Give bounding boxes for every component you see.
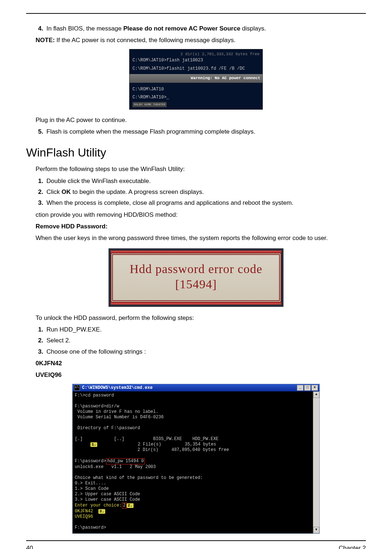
string-2: UVEIQ96 bbox=[36, 370, 366, 380]
wf-intro: Perform the following steps to use the W… bbox=[36, 164, 366, 174]
note-text: If the AC power is not connected, the fo… bbox=[55, 37, 236, 44]
cmd-l5: Directory of F:\password bbox=[75, 426, 140, 431]
cmd-l15: 0KJFN42 bbox=[75, 509, 93, 514]
steps-list-5: Flash is complete when the message Flash… bbox=[26, 127, 366, 137]
cmd-l7a: F:\password> bbox=[75, 459, 106, 464]
u-step-2: Select 2. bbox=[45, 336, 366, 345]
cmd-scrollbar[interactable]: ▲ ▼ bbox=[313, 391, 319, 533]
cmd-l12: 2.> Upper case ASCII Code bbox=[75, 492, 140, 497]
remove-intro: When the user keys in the wrong password… bbox=[36, 233, 366, 243]
cmd-titlebar: c\ C:\WINDOWS\system32\cmd.exe _ □ × bbox=[73, 384, 319, 391]
wf-step-1: Double click the WinFlash executable. bbox=[45, 176, 366, 186]
step4-prefix: In flash BIOS, the message bbox=[46, 25, 123, 32]
note-line: NOTE: If the AC power is not connected, … bbox=[36, 36, 366, 45]
err-line1: Hdd password error code bbox=[116, 261, 276, 277]
wf2-post: to begin the update. A progress screen d… bbox=[71, 188, 204, 195]
screenshot-error-code: Hdd password error code [15494] bbox=[109, 248, 283, 307]
cmd-l9: Choice what kind of the password to be g… bbox=[75, 475, 203, 480]
step4-bold: Please do not remove AC Power Source bbox=[123, 25, 240, 32]
page-footer: 40 Chapter 2 bbox=[26, 545, 366, 549]
shot1-line4: C:\ROM\JAT10>_ bbox=[132, 94, 260, 101]
ction-line: ction provide you with removing HDD/BIOS… bbox=[36, 210, 366, 220]
unlock-intro: To unlock the HDD password, perform the … bbox=[36, 313, 366, 323]
scroll-up-icon[interactable]: ▲ bbox=[313, 391, 319, 398]
heading-winflash: WinFlash Utility bbox=[26, 146, 366, 159]
err-bottom-bar bbox=[111, 302, 281, 305]
remove-head: Remove HDD Password: bbox=[36, 222, 366, 231]
cmd-highlight-2: 2 bbox=[122, 503, 127, 509]
top-rule bbox=[26, 13, 366, 14]
shot1-line3: C:\ROM\JAT10 bbox=[132, 86, 260, 93]
cmd-l16: UVEIQ96 bbox=[75, 514, 93, 519]
cmd-l10: 0.> Exit.... bbox=[75, 481, 106, 486]
shot1-line2: C:\ROM\JAT10>flashit jat10023.fd /FE /B … bbox=[132, 66, 260, 72]
marker-3: 3. bbox=[98, 509, 105, 514]
cmd-l13: 3.> Lower case ASCII Code bbox=[75, 497, 140, 502]
cmd-l11: 1.> Scan Code bbox=[75, 486, 109, 491]
cmd-l2: F:\password>dir/w bbox=[75, 404, 119, 409]
wf-steps: Double click the WinFlash executable. Cl… bbox=[26, 176, 366, 208]
minimize-button[interactable]: _ bbox=[297, 385, 303, 391]
cmd-l6c: 2 Dir(s) 487,895,040 bytes free bbox=[98, 447, 229, 452]
cmd-highlight-1: hdd_pw 15494 0 bbox=[106, 458, 145, 464]
marker-1: 1. bbox=[90, 442, 97, 447]
cmd-body: F:\>cd password F:\password>dir/w Volume… bbox=[73, 391, 313, 533]
page-number: 40 bbox=[26, 545, 33, 549]
screenshot-cmd: c\ C:\WINDOWS\system32\cmd.exe _ □ × F:\… bbox=[72, 384, 320, 534]
shot1-warn: Warnning: No AC power connect bbox=[130, 74, 262, 83]
scroll-down-icon[interactable]: ▼ bbox=[313, 527, 319, 533]
shot1-dolby: DOLBY HOME THEATER bbox=[132, 102, 167, 107]
step4-suffix: displays. bbox=[240, 25, 266, 32]
marker-2: 2. bbox=[127, 503, 134, 508]
steps-list-top: In flash BIOS, the message Please do not… bbox=[26, 24, 366, 33]
wf-step-2: Click OK to begin the update. A progress… bbox=[45, 187, 366, 197]
unlock-steps: Run HDD_PW.EXE. Select 2. Choose one of … bbox=[26, 325, 366, 357]
err-line2: [15494] bbox=[116, 277, 276, 292]
cmd-l6a: [.] [..] BIOS_PW.EXE HDD_PW.EXE bbox=[75, 436, 219, 442]
wf-step-3: When the process is complete, close all … bbox=[45, 198, 366, 208]
step-4: In flash BIOS, the message Please do not… bbox=[45, 24, 366, 33]
cmd-l6b: 2 File(s) 35,354 bytes bbox=[98, 442, 216, 447]
cmd-l1: F:\>cd password bbox=[75, 393, 114, 398]
bottom-rule bbox=[26, 540, 366, 541]
maximize-button[interactable]: □ bbox=[304, 385, 311, 391]
cmd-l8: unlock6.exe v1.1 2 May 2003 bbox=[75, 464, 156, 469]
shot1-topline: 2 dir(s) 2,701,333,332 bytes free bbox=[132, 52, 260, 57]
cmd-title-text: C:\WINDOWS\system32\cmd.exe bbox=[82, 385, 296, 390]
chapter-label: Chapter 2 bbox=[339, 545, 366, 549]
shot1-line1: C:\ROM\JAT10>flash jat10023 bbox=[132, 57, 260, 64]
wf2-pre: Click bbox=[46, 188, 62, 195]
u-step-3: Choose one of the following strings : bbox=[45, 347, 366, 357]
cmd-icon: c\ bbox=[74, 385, 80, 391]
cmd-l4: Volume Serial Number is D4F6-0236 bbox=[75, 415, 164, 420]
string-1: 0KJFN42 bbox=[36, 359, 366, 368]
screenshot-dos-flash: 2 dir(s) 2,701,333,332 bytes free C:\ROM… bbox=[129, 49, 263, 110]
cmd-l14a: Enter your choice: bbox=[75, 503, 122, 508]
cmd-l17: F:\password> bbox=[75, 525, 106, 530]
plug-note: Plug in the AC power to continue. bbox=[36, 115, 366, 125]
cmd-l3: Volume in drive F has no label. bbox=[75, 409, 158, 414]
u-step-1: Run HDD_PW.EXE. bbox=[45, 325, 366, 334]
note-label: NOTE: bbox=[36, 37, 55, 44]
wf2-bold: OK bbox=[62, 188, 71, 195]
close-button[interactable]: × bbox=[311, 385, 318, 391]
step-5: Flash is complete when the message Flash… bbox=[45, 127, 366, 137]
err-box: Hdd password error code [15494] bbox=[111, 253, 281, 302]
